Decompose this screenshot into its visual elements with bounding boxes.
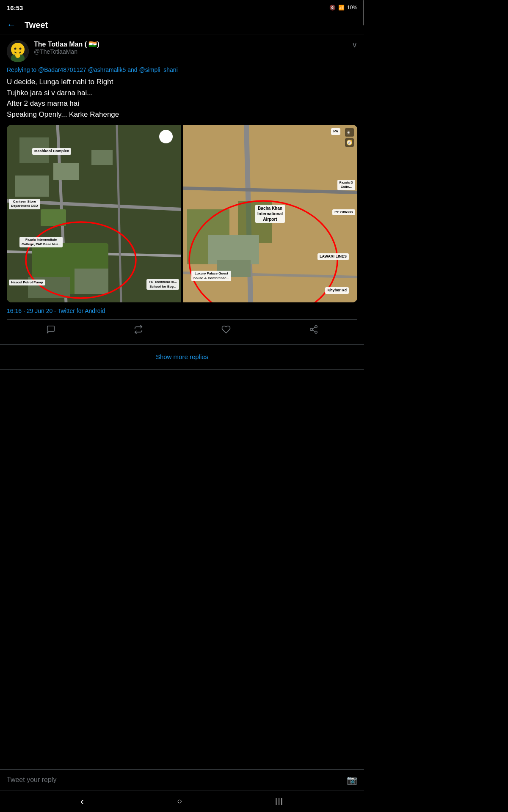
scroll-indicator — [363, 0, 364, 25]
chevron-down-icon[interactable]: ∨ — [352, 40, 357, 49]
show-more-replies[interactable]: Show more replies — [0, 345, 364, 370]
map-label-mashkool: Mashkool Complex — [32, 148, 71, 155]
map-label-khyber: Khyber Rd — [325, 287, 349, 294]
svg-rect-13 — [15, 176, 49, 197]
camera-icon[interactable]: 📷 — [347, 775, 357, 785]
reply-input-bar: Tweet your reply 📷 — [0, 769, 364, 790]
svg-line-32 — [312, 330, 315, 332]
reply-input-placeholder[interactable]: Tweet your reply — [7, 776, 347, 784]
layers-icon[interactable]: ⊞ — [345, 128, 354, 137]
like-button[interactable] — [218, 321, 234, 337]
tweet-header-bar: ← Tweet — [0, 15, 364, 35]
display-name: The Totlaa Man ( 🇮🇳) — [34, 40, 352, 48]
map-label-hascol: Hascol Petrol Pump — [9, 280, 45, 285]
tweet-card: The Totlaa Man ( 🇮🇳) @TheTotlaaMan ∨ Rep… — [0, 35, 364, 345]
map-controls[interactable]: ⊞ 🧭 — [345, 128, 354, 147]
svg-point-30 — [310, 328, 312, 331]
svg-point-2 — [14, 48, 17, 50]
svg-point-31 — [315, 331, 317, 334]
svg-rect-26 — [208, 235, 259, 264]
status-icons: 🔇 📶 10% — [329, 5, 357, 11]
status-time: 16:53 — [7, 4, 23, 11]
map-image-left[interactable]: 🗺 Mashkool Complex Canteen StoreDepartme… — [7, 125, 181, 302]
home-nav-button[interactable]: ○ — [177, 796, 182, 806]
reply-to: Replying to @Badar48701127 @ashramalik5 … — [7, 66, 357, 73]
user-info: The Totlaa Man ( 🇮🇳) @TheTotlaaMan — [34, 40, 352, 55]
wifi-icon: 📶 — [338, 5, 345, 11]
map-label-airport: Bacha KhanInternationalAirport — [255, 205, 285, 223]
svg-rect-18 — [75, 269, 108, 294]
username: @TheTotlaaMan — [34, 48, 352, 55]
map-label-fg: FG Technical Hi...School for Boy... — [146, 279, 179, 290]
svg-line-33 — [312, 327, 315, 329]
show-more-label[interactable]: Show more replies — [156, 353, 208, 360]
map-image-right[interactable]: ⊞ 🧭 PA Fazaia DColle... P.F Officers Bac… — [183, 125, 357, 302]
avatar[interactable] — [7, 40, 29, 62]
empty-space — [0, 370, 364, 623]
retweet-button[interactable] — [130, 321, 146, 337]
back-nav-button[interactable]: ‹ — [80, 796, 84, 807]
map-marker-icon: 🗺 — [159, 130, 173, 143]
map-label-fazaia: Fazaia IntermediateCollege, PAF Base Nur… — [19, 237, 63, 247]
map-label-fazaia-d: Fazaia DColle... — [337, 180, 355, 190]
map-label-canteen: Canteen StoreDepartment CSD — [9, 199, 40, 209]
svg-rect-14 — [53, 163, 79, 180]
back-button[interactable]: ← — [7, 19, 16, 30]
reply-button[interactable] — [43, 321, 59, 337]
page-title: Tweet — [25, 20, 48, 30]
compass-icon[interactable]: 🧭 — [345, 138, 354, 147]
bottom-nav: ‹ ○ ||| — [0, 790, 364, 812]
map-label-pa: PA — [331, 128, 340, 135]
map-label-pf-officers: P.F Officers — [332, 209, 355, 215]
flag-emoji: 🇮🇳 — [87, 41, 97, 48]
svg-rect-16 — [91, 150, 113, 165]
svg-point-3 — [19, 48, 22, 50]
tweet-actions — [7, 319, 357, 339]
mention-links[interactable]: @Badar48701127 @ashramalik5 and @simpli_… — [38, 66, 181, 73]
map-label-luxury: Luxury Palace Guesthouse & Conference... — [191, 271, 231, 281]
svg-point-29 — [315, 326, 317, 328]
map-label-lawari: LAWARI LINES — [318, 253, 349, 260]
svg-point-5 — [15, 53, 20, 58]
tweet-images[interactable]: 🗺 Mashkool Complex Canteen StoreDepartme… — [7, 125, 357, 302]
tweet-author-row: The Totlaa Man ( 🇮🇳) @TheTotlaaMan ∨ — [7, 40, 357, 62]
battery-level: 10% — [347, 5, 357, 11]
recent-apps-button[interactable]: ||| — [275, 797, 284, 806]
tweet-body: U decide, Lunga left nahi to Right Tujhk… — [7, 77, 357, 120]
mute-icon: 🔇 — [329, 5, 336, 11]
share-button[interactable] — [306, 321, 322, 337]
tweet-timestamp: 16:16 · 29 Jun 20 · Twitter for Android — [7, 307, 357, 314]
status-bar: 16:53 🔇 📶 10% — [0, 0, 364, 15]
tweet-source[interactable]: Twitter for Android — [58, 307, 105, 314]
